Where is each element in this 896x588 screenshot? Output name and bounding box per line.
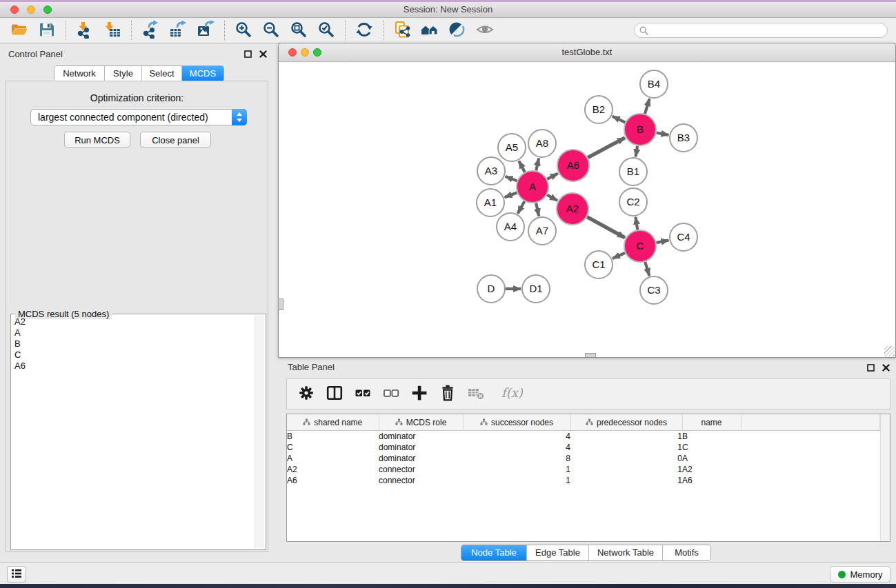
table-panel-float-button[interactable] xyxy=(866,363,875,372)
show-view-button[interactable] xyxy=(471,19,499,42)
graph-edge-C-C4[interactable] xyxy=(657,240,669,243)
graph-node-C1[interactable]: C1 xyxy=(585,251,613,278)
graph-node-A4[interactable]: A4 xyxy=(497,213,524,241)
graph-node-B4[interactable]: B4 xyxy=(640,70,668,98)
import-network-button[interactable] xyxy=(71,19,99,42)
zoom-out-button[interactable] xyxy=(257,19,285,42)
control-panel-close-button[interactable] xyxy=(259,50,268,59)
tab-style[interactable]: Style xyxy=(105,66,142,81)
home-view-button[interactable] xyxy=(416,19,444,42)
graph-node-C2[interactable]: C2 xyxy=(619,188,647,216)
graph-node-A[interactable]: A xyxy=(517,171,548,203)
tab-motifs[interactable]: Motifs xyxy=(663,545,710,560)
optimization-criterion-dropdown[interactable]: largest connected component (directed) xyxy=(30,109,247,125)
select-all-button[interactable] xyxy=(352,383,374,406)
graph-edge-A-A3[interactable] xyxy=(506,176,517,181)
graph-edge-B-B3[interactable] xyxy=(657,132,669,134)
tab-node-table[interactable]: Node Table xyxy=(461,545,527,560)
table-panel-close-button[interactable] xyxy=(882,363,890,372)
graph-node-B3[interactable]: B3 xyxy=(670,124,697,152)
graph-node-C[interactable]: C xyxy=(624,230,656,262)
graph-node-B1[interactable]: B1 xyxy=(619,158,647,185)
show-columns-button[interactable] xyxy=(323,383,346,406)
graph-edge-C-C3[interactable] xyxy=(645,262,649,276)
refresh-button[interactable] xyxy=(350,19,378,42)
tab-network[interactable]: Network xyxy=(54,66,105,81)
export-network-button[interactable] xyxy=(137,19,164,42)
column-header-MCDS-role[interactable]: MCDS role xyxy=(379,414,463,431)
mcds-result-item[interactable]: A xyxy=(12,327,254,338)
panel-divider-handle[interactable] xyxy=(278,298,283,310)
graph-edge-A-A2[interactable] xyxy=(547,195,557,201)
zoom-selected-button[interactable] xyxy=(312,19,340,42)
mcds-result-item[interactable]: A6 xyxy=(12,361,254,372)
table-scrollbar[interactable] xyxy=(880,414,890,541)
save-button[interactable] xyxy=(33,19,61,42)
network-minimize-traffic-light[interactable] xyxy=(301,48,309,57)
table-row[interactable]: Adominator80A xyxy=(287,453,880,464)
graph-edge-B-B4[interactable] xyxy=(645,99,650,114)
table-row[interactable]: A2connector11A2 xyxy=(287,464,880,475)
canvas-bottom-handle[interactable] xyxy=(585,353,596,357)
graph-node-A2[interactable]: A2 xyxy=(557,193,588,225)
graph-edge-A-A4[interactable] xyxy=(518,201,525,214)
add-column-button[interactable] xyxy=(408,383,430,406)
graph-edge-A-A7[interactable] xyxy=(536,203,539,216)
graph-edge-A2-C[interactable] xyxy=(587,217,625,238)
graph-edge-A-A8[interactable] xyxy=(536,158,539,170)
graph-edge-A-A1[interactable] xyxy=(505,192,517,197)
graph-node-B[interactable]: B xyxy=(624,114,656,145)
graph-edge-B-B1[interactable] xyxy=(636,146,638,157)
search-input[interactable] xyxy=(634,23,888,38)
network-close-traffic-light[interactable] xyxy=(288,48,297,57)
deselect-all-button[interactable] xyxy=(380,383,402,406)
mcds-result-item[interactable]: A2 xyxy=(12,316,254,327)
clone-network-button[interactable] xyxy=(388,19,416,42)
tab-edge-table[interactable]: Edge Table xyxy=(527,545,589,560)
run-mcds-button[interactable]: Run MCDS xyxy=(64,132,130,148)
tab-network-table[interactable]: Network Table xyxy=(589,545,663,560)
table-row[interactable]: Cdominator41C xyxy=(287,442,880,453)
graph-node-D1[interactable]: D1 xyxy=(522,275,550,303)
column-header-predecessor-nodes[interactable]: predecessor nodes xyxy=(570,414,682,431)
control-panel-float-button[interactable] xyxy=(243,50,252,59)
table-row[interactable]: A6connector11A6 xyxy=(287,475,880,486)
graph-edge-A-A5[interactable] xyxy=(519,161,525,172)
network-canvas[interactable]: B4B2BB3A5A8A6B1A3AC2A1A2A4A7C4CC1C3DD1 xyxy=(279,62,895,357)
graph-node-A1[interactable]: A1 xyxy=(477,189,504,216)
mcds-result-item[interactable]: B xyxy=(12,338,254,349)
mcds-result-item[interactable]: C xyxy=(12,349,254,361)
graph-node-C4[interactable]: C4 xyxy=(670,223,697,251)
mcds-result-scrollbar[interactable] xyxy=(255,316,264,548)
column-header-shared-name[interactable]: shared name xyxy=(287,414,379,431)
export-table-button[interactable] xyxy=(164,19,192,42)
export-image-button[interactable] xyxy=(192,19,219,42)
delete-column-button[interactable] xyxy=(437,383,459,406)
column-header-name[interactable]: name xyxy=(682,414,741,431)
graph-node-A6[interactable]: A6 xyxy=(557,150,589,181)
graph-node-A7[interactable]: A7 xyxy=(528,217,556,245)
graph-node-A5[interactable]: A5 xyxy=(498,134,526,161)
close-panel-button[interactable]: Close panel xyxy=(140,132,211,148)
table-row[interactable]: Bdominator41B xyxy=(287,431,880,443)
graph-edge-A6-B[interactable] xyxy=(588,138,625,158)
settings-gear-button[interactable] xyxy=(295,383,317,406)
column-header-successor-nodes[interactable]: successor nodes xyxy=(463,414,570,431)
tab-select[interactable]: Select xyxy=(142,66,182,81)
graph-node-B2[interactable]: B2 xyxy=(585,96,613,123)
import-table-button[interactable] xyxy=(99,19,126,42)
zoom-fit-button[interactable] xyxy=(285,19,312,42)
graph-node-C3[interactable]: C3 xyxy=(640,276,668,304)
zoom-in-button[interactable] xyxy=(230,19,257,42)
window-resize-grip[interactable] xyxy=(884,346,895,356)
graph-node-D[interactable]: D xyxy=(477,275,505,303)
graph-node-A3[interactable]: A3 xyxy=(477,157,505,185)
graph-edge-B-B2[interactable] xyxy=(613,116,626,123)
network-zoom-traffic-light[interactable] xyxy=(313,48,321,57)
tab-mcds[interactable]: MCDS xyxy=(182,66,223,81)
graph-edge-A-A6[interactable] xyxy=(547,174,558,179)
memory-button[interactable]: Memory xyxy=(830,566,890,582)
hide-view-button[interactable] xyxy=(444,19,471,42)
open-folder-button[interactable] xyxy=(6,19,33,42)
graph-edge-C-C1[interactable] xyxy=(613,253,625,258)
